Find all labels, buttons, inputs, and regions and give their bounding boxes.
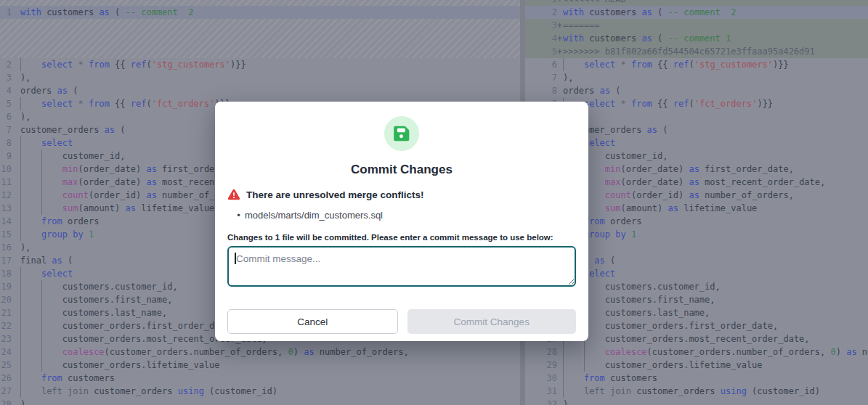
bullet-icon: • bbox=[232, 210, 245, 221]
commit-message-input[interactable] bbox=[227, 246, 576, 287]
modal-title: Commit Changes bbox=[227, 163, 576, 177]
warning-triangle-icon bbox=[227, 188, 240, 201]
save-icon bbox=[384, 116, 419, 151]
commit-modal: Commit Changes There are unresolved merg… bbox=[215, 102, 588, 341]
commit-instruction: Changes to 1 file will be committed. Ple… bbox=[227, 233, 576, 242]
cancel-button[interactable]: Cancel bbox=[227, 309, 398, 334]
conflict-file-name: models/marts/dim_customers.sql bbox=[245, 210, 383, 221]
commit-changes-button[interactable]: Commit Changes bbox=[407, 309, 577, 334]
warning-text: There are unresolved merge conflicts! bbox=[246, 189, 424, 200]
conflict-file-item: • models/marts/dim_customers.sql bbox=[227, 210, 576, 221]
text-caret bbox=[235, 253, 236, 264]
